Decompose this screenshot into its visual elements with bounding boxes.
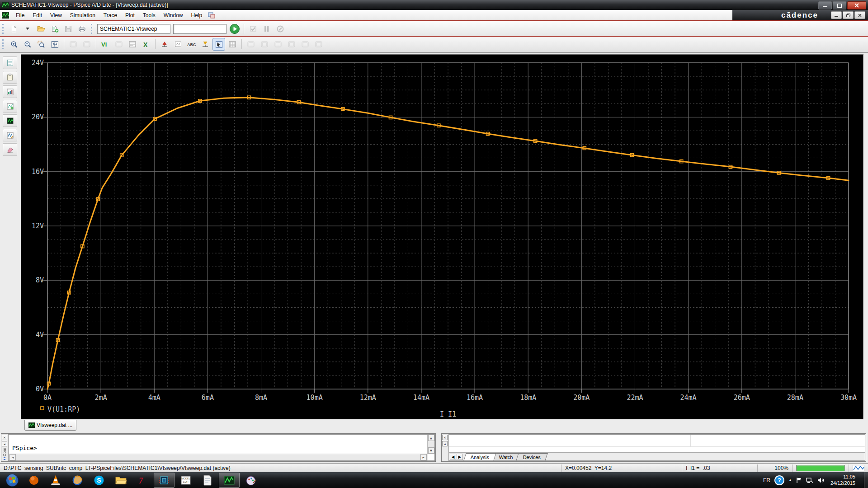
menu-window[interactable]: Window bbox=[160, 11, 187, 20]
search-command-combo[interactable] bbox=[173, 24, 226, 34]
plot-tool-4-button bbox=[285, 38, 298, 51]
zoom-out-button[interactable] bbox=[21, 38, 34, 51]
browser-ball-icon[interactable] bbox=[24, 473, 44, 488]
text-label-button[interactable] bbox=[126, 38, 139, 51]
menu-simulation[interactable]: Simulation bbox=[66, 11, 99, 20]
skype-icon[interactable]: S bbox=[89, 473, 109, 488]
new-profile-icon bbox=[51, 25, 59, 33]
help-orb-icon[interactable]: ? bbox=[774, 475, 784, 485]
doc-tab-visweep[interactable]: VIsweep.dat ... bbox=[24, 420, 76, 431]
scroll-left-icon[interactable]: ◄ bbox=[9, 454, 16, 460]
new-file-button[interactable] bbox=[8, 23, 20, 35]
taskbar-clock[interactable]: 11:05 24/12/2015 bbox=[830, 474, 855, 487]
tab-devices[interactable]: Devices bbox=[516, 453, 547, 460]
waveform-icon[interactable] bbox=[3, 114, 17, 127]
toolbar-handle[interactable] bbox=[2, 39, 5, 49]
cursor-box-button[interactable] bbox=[172, 38, 184, 51]
legend-marker[interactable] bbox=[41, 407, 44, 410]
zoom-fit-button[interactable] bbox=[48, 38, 61, 51]
simulation-profile-combo[interactable]: SCHEMATIC1-VIsweep bbox=[97, 24, 170, 34]
ic-design-icon[interactable] bbox=[154, 473, 175, 488]
cursor-min-button[interactable] bbox=[199, 38, 212, 51]
mdi-minimize-button[interactable] bbox=[831, 11, 842, 19]
tabs-scroll-left-icon[interactable]: ◄ bbox=[450, 454, 456, 460]
label-abc-button[interactable]: ABC bbox=[185, 38, 198, 51]
chart-icon[interactable] bbox=[3, 85, 17, 98]
window-title: SCHEMATIC1-VIsweep - PSpice A/D Lite - [… bbox=[11, 2, 168, 8]
status-pane-body[interactable]: ◄ ► AnalysisWatchDevices bbox=[448, 434, 865, 461]
probe-chart: 0V4V8V12V16V20V24V0A2mA4mA6mA8mA10mA12mA… bbox=[21, 55, 862, 418]
show-desktop-button[interactable] bbox=[864, 472, 868, 488]
cursor-toggle-icon bbox=[215, 41, 223, 48]
start-button[interactable] bbox=[2, 473, 23, 488]
menu-view[interactable]: View bbox=[46, 11, 66, 20]
scroll-right-icon[interactable]: ► bbox=[420, 454, 427, 460]
close-button[interactable] bbox=[847, 1, 866, 9]
toolbar-handle[interactable] bbox=[2, 24, 5, 34]
window-layout-icon[interactable] bbox=[208, 12, 215, 19]
maximize-button[interactable] bbox=[833, 1, 846, 9]
mdi-close-button[interactable] bbox=[854, 11, 865, 19]
scroll-down-icon[interactable]: ▼ bbox=[428, 447, 434, 454]
probe-plot-area[interactable]: 0V4V8V12V16V20V24V0A2mA4mA6mA8mA10mA12mA… bbox=[21, 54, 863, 419]
tab-analysis[interactable]: Analysis bbox=[463, 453, 496, 460]
command-window[interactable]: PSpice> ▲▼ ◄► bbox=[8, 434, 435, 461]
paint-icon[interactable] bbox=[241, 473, 261, 488]
toggle-cursor-button[interactable] bbox=[212, 38, 225, 51]
language-indicator[interactable]: FR bbox=[763, 477, 770, 483]
action-center-flag-icon[interactable] bbox=[796, 477, 802, 483]
new-file-dropdown[interactable] bbox=[21, 23, 34, 35]
explorer-folder-icon[interactable] bbox=[110, 473, 131, 488]
command-hscrollbar[interactable]: ◄► bbox=[9, 454, 428, 460]
print-button[interactable] bbox=[75, 23, 88, 35]
pin-pane-icon[interactable]: ◂ bbox=[2, 441, 7, 446]
close-pane-icon[interactable]: ✕ bbox=[2, 435, 7, 440]
volume-icon[interactable] bbox=[817, 477, 825, 483]
menu-file[interactable]: File bbox=[12, 11, 28, 20]
save-button bbox=[62, 23, 75, 35]
run-button[interactable] bbox=[228, 23, 241, 35]
menu-plot[interactable]: Plot bbox=[121, 11, 139, 20]
toolbar-handle[interactable] bbox=[91, 24, 94, 34]
mark-points-icon bbox=[229, 41, 236, 47]
eraser-icon[interactable] bbox=[3, 143, 17, 156]
waveform-edit-icon[interactable] bbox=[3, 129, 17, 141]
generic-icon bbox=[288, 41, 295, 47]
generic-icon bbox=[83, 41, 90, 47]
generic-icon bbox=[115, 41, 123, 47]
menu-trace[interactable]: Trace bbox=[99, 11, 121, 20]
cursor-peak-button[interactable] bbox=[158, 38, 171, 51]
model-editor-icon[interactable]: MODELEDIT bbox=[175, 473, 196, 488]
command-vscrollbar[interactable]: ▲▼ bbox=[427, 435, 434, 454]
menu-edit[interactable]: Edit bbox=[28, 11, 46, 20]
menu-help[interactable]: Help bbox=[187, 11, 206, 20]
scroll-up-icon[interactable]: ▲ bbox=[428, 435, 434, 441]
network-icon[interactable] bbox=[806, 477, 813, 483]
mdi-restore-button[interactable] bbox=[843, 11, 854, 19]
red-logo-icon[interactable]: 7 bbox=[132, 473, 153, 488]
y-tick-label: 4V bbox=[36, 331, 44, 339]
menu-tools[interactable]: Tools bbox=[139, 11, 160, 20]
pspice-icon[interactable] bbox=[219, 473, 240, 488]
close-pane-icon[interactable]: ✕ bbox=[442, 435, 448, 440]
pin-pane-icon[interactable]: ◂ bbox=[442, 441, 448, 446]
hidden-icons-arrow[interactable]: ▲ bbox=[788, 478, 792, 482]
new-simulation-profile-button[interactable] bbox=[48, 23, 61, 35]
zoom-in-button[interactable] bbox=[8, 38, 20, 51]
minimize-button[interactable] bbox=[818, 1, 832, 9]
export-excel-button[interactable]: X bbox=[140, 38, 152, 51]
clipboard-icon[interactable] bbox=[3, 71, 17, 84]
zoom-area-button[interactable] bbox=[35, 38, 47, 51]
chart-add-icon[interactable] bbox=[3, 100, 17, 113]
simulation-queue-icon[interactable] bbox=[3, 56, 17, 69]
notepad-icon[interactable] bbox=[197, 473, 218, 488]
mdi-child-icon[interactable] bbox=[2, 12, 9, 19]
add-trace-button[interactable]: VI bbox=[99, 38, 112, 51]
status-cursor-readout: X=0.00452 Y=14.2 bbox=[561, 465, 682, 472]
open-file-button[interactable] bbox=[35, 23, 47, 35]
firefox-icon[interactable] bbox=[67, 473, 88, 488]
tabs-scroll-right-icon[interactable]: ► bbox=[457, 454, 463, 460]
vlc-icon[interactable] bbox=[45, 473, 66, 488]
mark-data-points-button[interactable] bbox=[226, 38, 239, 51]
pane-grip[interactable] bbox=[4, 457, 5, 461]
